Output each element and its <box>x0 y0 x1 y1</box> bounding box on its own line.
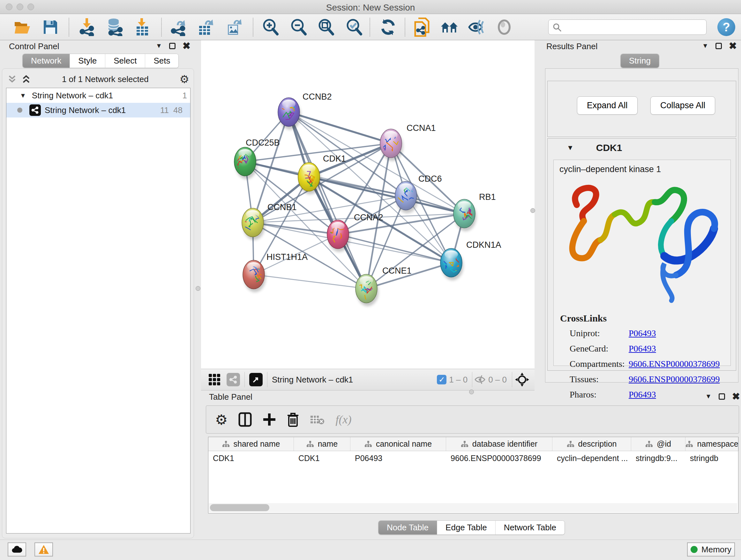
panel-float-icon[interactable] <box>169 43 176 49</box>
expand-all-chevron-icon[interactable] <box>21 74 31 84</box>
section-collapse-icon[interactable]: ▼ <box>567 144 574 152</box>
show-columns-icon[interactable] <box>239 412 252 427</box>
crosslink-link[interactable]: P06493 <box>629 328 656 338</box>
export-network-icon[interactable] <box>170 18 188 36</box>
cloud-icon <box>11 546 22 553</box>
selected-checkbox-icon[interactable]: ✓ <box>437 375 447 384</box>
home-icon[interactable] <box>441 18 458 36</box>
tab-node-table[interactable]: Node Table <box>379 521 437 535</box>
create-column-plus-icon[interactable] <box>263 413 276 426</box>
zoom-out-icon[interactable] <box>290 18 308 36</box>
network-canvas[interactable]: CCNB2CCNA1CDC25BCDK1CDC6RB1CCNB1CCNA2CDK… <box>201 40 535 369</box>
tab-network-table[interactable]: Network Table <box>495 521 564 535</box>
panel-close-icon[interactable]: ✖ <box>183 43 191 49</box>
export-image-icon[interactable] <box>225 18 243 36</box>
search-field[interactable] <box>548 19 706 35</box>
crosslink-link[interactable]: 9606.ENSP00000378699 <box>629 359 720 369</box>
tab-style[interactable]: Style <box>70 54 105 68</box>
zoom-selected-icon[interactable] <box>345 18 363 36</box>
crosslink-link[interactable]: 9606.ENSP00000378699 <box>629 374 720 384</box>
control-panel-tabs: NetworkStyleSelectSets <box>22 54 179 68</box>
table-cell[interactable]: 9606.ENSP00000378699 <box>446 451 552 466</box>
column-header-name[interactable]: name <box>294 437 350 451</box>
table-cell[interactable]: CDK1 <box>294 451 350 466</box>
table-cell[interactable]: CDK1 <box>208 451 294 466</box>
import-network-from-file-icon[interactable] <box>78 18 96 36</box>
panel-float-icon[interactable] <box>719 393 725 400</box>
network-node-ccne1[interactable]: CCNE1 <box>354 266 412 306</box>
column-header-shared-name[interactable]: shared name <box>208 437 294 451</box>
column-header-namespace[interactable]: namespace <box>685 437 739 451</box>
network-row[interactable]: String Network – cdk1 11 48 <box>6 103 190 118</box>
network-edge[interactable] <box>289 112 464 213</box>
tree-collapse-icon[interactable]: ▼ <box>20 92 26 99</box>
table-horizontal-scrollbar[interactable] <box>209 503 737 512</box>
open-session-icon[interactable] <box>13 18 31 36</box>
table-cell[interactable]: cyclin–dependent ... <box>552 451 631 466</box>
share-file-icon[interactable] <box>413 18 431 36</box>
network-edge[interactable] <box>338 234 451 263</box>
tab-select[interactable]: Select <box>105 54 145 68</box>
panel-menu-icon[interactable]: ▼ <box>156 42 162 50</box>
open-in-window-icon[interactable] <box>249 373 263 386</box>
memory-button[interactable]: Memory <box>687 543 735 557</box>
panel-close-icon[interactable]: ✖ <box>729 43 737 49</box>
collapse-all-chevron-icon[interactable] <box>7 74 17 84</box>
scrollbar-thumb[interactable] <box>210 504 269 511</box>
gear-icon[interactable]: ⚙ <box>180 73 189 85</box>
refresh-icon[interactable] <box>379 18 397 36</box>
protein-description: cyclin–dependent kinase 1 <box>554 160 731 174</box>
column-label: database identifier <box>472 439 537 449</box>
export-table-icon[interactable] <box>197 18 215 36</box>
network-node-rb1[interactable]: RB1 <box>454 192 496 231</box>
memory-status-dot <box>690 546 697 553</box>
cloud-button[interactable] <box>8 543 26 557</box>
node-label: CDC6 <box>418 174 442 184</box>
crosslink-row: Uniprot:P06493 <box>554 326 731 341</box>
network-share-icon[interactable] <box>226 373 240 386</box>
network-edge[interactable] <box>254 274 366 289</box>
network-collection-row[interactable]: ▼ String Network – cdk1 1 <box>6 88 190 103</box>
fit-selected-crosshair-icon[interactable] <box>515 372 529 387</box>
panel-menu-icon[interactable]: ▼ <box>705 393 712 400</box>
panel-menu-icon[interactable]: ▼ <box>702 42 709 50</box>
tab-network[interactable]: Network <box>23 54 70 68</box>
column-header-description[interactable]: description <box>552 437 631 451</box>
network-edge[interactable] <box>289 112 366 289</box>
collapse-all-button[interactable]: Collapse All <box>650 97 715 115</box>
table-cell[interactable]: P06493 <box>350 451 446 466</box>
tab-string[interactable]: String <box>621 54 659 68</box>
expand-all-button[interactable]: Expand All <box>577 97 637 115</box>
network-node-cdkn1a[interactable]: CDKN1A <box>440 240 501 280</box>
save-session-icon[interactable] <box>42 18 59 36</box>
table-cell[interactable]: stringdb:9... <box>631 451 685 466</box>
table-settings-gear-icon[interactable]: ⚙ <box>215 412 227 428</box>
level-of-detail-icon[interactable] <box>495 18 513 36</box>
table-cell[interactable]: stringdb <box>685 451 739 466</box>
warning-button[interactable] <box>35 543 53 557</box>
panel-close-icon[interactable]: ✖ <box>732 393 740 400</box>
import-network-from-database-icon[interactable] <box>105 18 123 36</box>
zoom-in-icon[interactable] <box>262 18 280 36</box>
vertical-splitter-handle[interactable] <box>530 208 535 213</box>
crosslink-link[interactable]: P06493 <box>629 344 656 354</box>
table-row[interactable]: CDK1CDK1P064939606.ENSP00000378699cyclin… <box>208 451 738 466</box>
column-header-database-identifier[interactable]: database identifier <box>446 437 552 451</box>
network-edge[interactable] <box>289 112 391 143</box>
tab-sets[interactable]: Sets <box>145 54 179 68</box>
zoom-fit-icon[interactable] <box>317 18 335 36</box>
panel-float-icon[interactable] <box>716 43 722 49</box>
table-tabs: Node TableEdge TableNetwork Table <box>378 520 565 535</box>
search-input[interactable] <box>548 19 706 35</box>
birds-eye-grid-icon[interactable] <box>208 373 221 386</box>
hide-graphics-details-icon[interactable] <box>468 18 486 36</box>
column-header-canonical-name[interactable]: canonical name <box>350 437 446 451</box>
import-table-from-file-icon[interactable] <box>133 18 151 36</box>
vertical-splitter-handle[interactable] <box>196 286 200 291</box>
network-node-hist1h1a[interactable]: HIST1H1A <box>243 252 308 292</box>
delete-column-trash-icon[interactable] <box>287 412 299 427</box>
memory-label: Memory <box>701 545 731 555</box>
help-icon[interactable]: ? <box>718 18 735 36</box>
tab-edge-table[interactable]: Edge Table <box>437 521 495 535</box>
column-header--id[interactable]: @id <box>631 437 685 451</box>
